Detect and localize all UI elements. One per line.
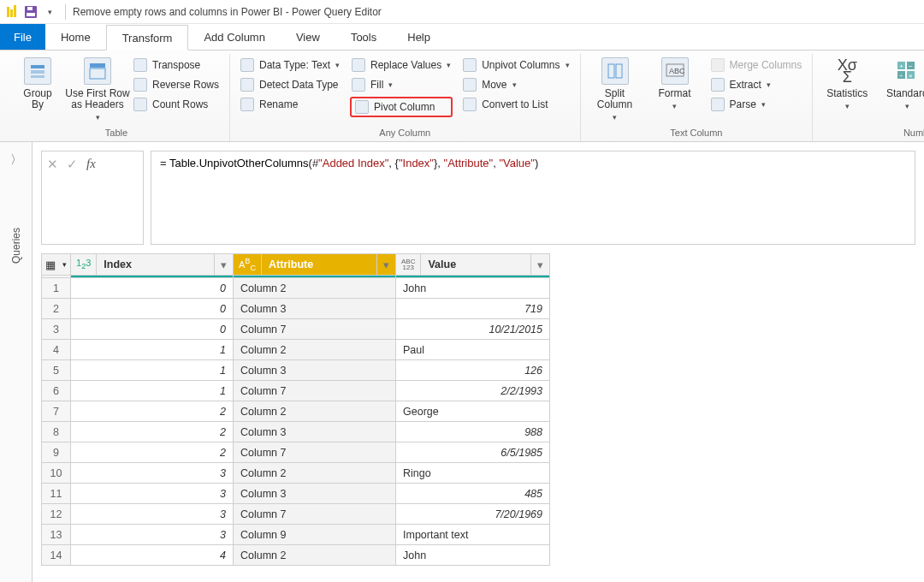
- cell-value[interactable]: Ringo: [396, 463, 550, 484]
- table-row[interactable]: 61Column 72/2/1993: [42, 381, 550, 401]
- index-filter-icon[interactable]: ▾: [214, 254, 233, 275]
- fill-button[interactable]: Fill: [350, 77, 453, 92]
- extract-button[interactable]: Extract: [709, 77, 804, 92]
- cell-value[interactable]: 719: [396, 299, 550, 319]
- cell-attribute[interactable]: Column 7: [234, 504, 396, 525]
- cell-attribute[interactable]: Column 3: [234, 422, 396, 442]
- row-number[interactable]: 14: [42, 545, 71, 566]
- qat-dropdown-icon[interactable]: ▾: [43, 5, 56, 19]
- formula-bar[interactable]: = Table.UnpivotOtherColumns(#"Added Inde…: [151, 151, 915, 245]
- convert-to-list-button[interactable]: Convert to List: [461, 97, 571, 112]
- use-first-row-button[interactable]: Use First Row as Headers: [72, 54, 123, 122]
- data-grid[interactable]: ▦▾ 123 Index ▾ ABC Attribute: [41, 253, 915, 566]
- cell-index[interactable]: 0: [71, 319, 234, 340]
- cell-attribute[interactable]: Column 7: [234, 319, 396, 340]
- cell-value[interactable]: Paul: [396, 340, 550, 360]
- cell-index[interactable]: 3: [71, 525, 234, 545]
- attribute-filter-icon[interactable]: ▾: [376, 254, 395, 275]
- cell-value[interactable]: 126: [396, 360, 550, 381]
- queries-sidebar[interactable]: 〉 Queries: [0, 142, 33, 582]
- row-number[interactable]: 5: [42, 360, 71, 381]
- group-by-button[interactable]: Group By: [12, 54, 63, 110]
- sidebar-expand-icon[interactable]: 〉: [10, 152, 22, 168]
- cell-value[interactable]: John: [396, 278, 550, 299]
- row-number[interactable]: 3: [42, 319, 71, 340]
- row-number[interactable]: 13: [42, 525, 71, 545]
- statistics-button[interactable]: XσΣ Statistics: [821, 54, 873, 111]
- help-tab[interactable]: Help: [392, 24, 446, 50]
- accept-formula-icon[interactable]: ✓: [67, 157, 78, 172]
- parse-button[interactable]: Parse: [709, 97, 804, 112]
- cell-attribute[interactable]: Column 3: [234, 360, 396, 381]
- cell-attribute[interactable]: Column 2: [234, 545, 396, 566]
- cell-index[interactable]: 2: [71, 422, 234, 442]
- cell-value[interactable]: John: [396, 545, 550, 566]
- cell-attribute[interactable]: Column 7: [234, 381, 396, 401]
- cell-attribute[interactable]: Column 2: [234, 463, 396, 484]
- row-number[interactable]: 1: [42, 278, 71, 299]
- table-row[interactable]: 72Column 2George: [42, 401, 550, 422]
- row-number[interactable]: 9: [42, 442, 71, 463]
- table-row[interactable]: 41Column 2Paul: [42, 340, 550, 360]
- cell-index[interactable]: 3: [71, 484, 234, 504]
- cell-attribute[interactable]: Column 3: [234, 299, 396, 319]
- row-number[interactable]: 12: [42, 504, 71, 525]
- column-header-value[interactable]: ABC123 Value ▾: [396, 254, 550, 276]
- table-row[interactable]: 30Column 710/21/2015: [42, 319, 550, 340]
- cell-value[interactable]: 988: [396, 422, 550, 442]
- cell-value[interactable]: 7/20/1969: [396, 504, 550, 525]
- tools-tab[interactable]: Tools: [335, 24, 392, 50]
- table-row[interactable]: 82Column 3988: [42, 422, 550, 442]
- cell-index[interactable]: 3: [71, 504, 234, 525]
- column-header-index[interactable]: 123 Index ▾: [71, 254, 234, 276]
- data-type-button[interactable]: Data Type: Text: [239, 57, 341, 73]
- cell-index[interactable]: 1: [71, 340, 234, 360]
- transform-tab[interactable]: Transform: [106, 25, 189, 50]
- cell-index[interactable]: 2: [71, 442, 234, 463]
- table-row[interactable]: 133Column 9Important text: [42, 525, 550, 545]
- move-button[interactable]: Move: [461, 77, 571, 92]
- add-column-tab[interactable]: Add Column: [188, 24, 281, 50]
- file-tab[interactable]: File: [0, 24, 45, 50]
- split-column-button[interactable]: Split Column: [589, 54, 641, 122]
- cell-value[interactable]: 2/2/1993: [396, 381, 550, 401]
- unpivot-columns-button[interactable]: Unpivot Columns: [461, 57, 571, 73]
- row-number[interactable]: 7: [42, 401, 71, 422]
- table-row[interactable]: 144Column 2John: [42, 545, 550, 566]
- cell-index[interactable]: 2: [71, 401, 234, 422]
- table-row[interactable]: 103Column 2Ringo: [42, 463, 550, 484]
- cell-attribute[interactable]: Column 7: [234, 442, 396, 463]
- cell-attribute[interactable]: Column 9: [234, 525, 396, 545]
- table-row[interactable]: 123Column 77/20/1969: [42, 504, 550, 525]
- cell-value[interactable]: 10/21/2015: [396, 319, 550, 340]
- cancel-formula-icon[interactable]: ✕: [47, 157, 58, 172]
- cell-index[interactable]: 1: [71, 360, 234, 381]
- value-filter-icon[interactable]: ▾: [530, 254, 549, 275]
- row-number[interactable]: 4: [42, 340, 71, 360]
- standard-button[interactable]: +−÷× Standard: [881, 54, 924, 111]
- transpose-button[interactable]: Transpose: [132, 57, 221, 73]
- cell-index[interactable]: 3: [71, 463, 234, 484]
- detect-data-type-button[interactable]: Detect Data Type: [239, 77, 341, 92]
- cell-attribute[interactable]: Column 2: [234, 401, 396, 422]
- cell-index[interactable]: 0: [71, 299, 234, 319]
- table-row[interactable]: 20Column 3719: [42, 299, 550, 319]
- cell-value[interactable]: 6/5/1985: [396, 442, 550, 463]
- row-number[interactable]: 8: [42, 422, 71, 442]
- table-row[interactable]: 51Column 3126: [42, 360, 550, 381]
- cell-index[interactable]: 1: [71, 381, 234, 401]
- pivot-column-button[interactable]: Pivot Column: [350, 97, 453, 117]
- rename-button[interactable]: Rename: [239, 97, 341, 112]
- row-number[interactable]: 6: [42, 381, 71, 401]
- cell-attribute[interactable]: Column 2: [234, 340, 396, 360]
- row-number[interactable]: 11: [42, 484, 71, 504]
- cell-value[interactable]: Important text: [396, 525, 550, 545]
- cell-attribute[interactable]: Column 3: [234, 484, 396, 504]
- format-button[interactable]: ABC Format: [649, 54, 701, 111]
- fx-icon[interactable]: fx: [86, 157, 96, 171]
- table-row[interactable]: 92Column 76/5/1985: [42, 442, 550, 463]
- cell-index[interactable]: 0: [71, 278, 234, 299]
- reverse-rows-button[interactable]: Reverse Rows: [132, 77, 221, 92]
- count-rows-button[interactable]: Count Rows: [132, 97, 221, 112]
- cell-value[interactable]: George: [396, 401, 550, 422]
